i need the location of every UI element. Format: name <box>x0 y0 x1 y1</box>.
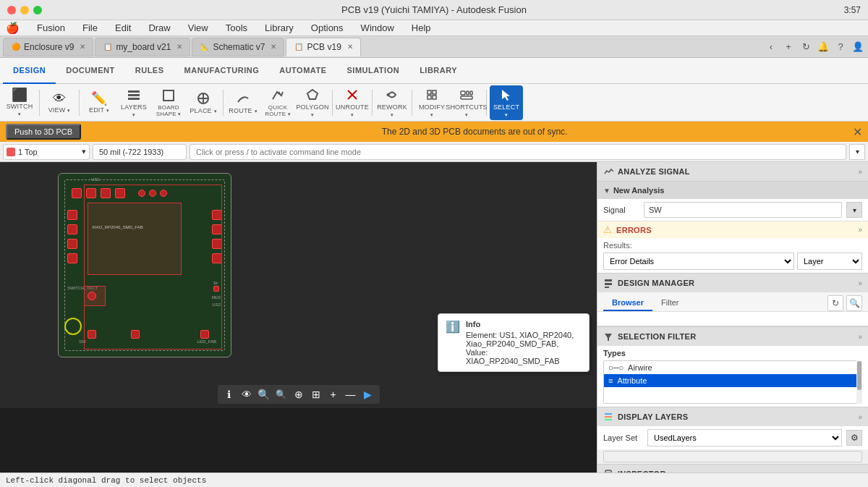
toolbar-tab-design[interactable]: DESIGN <box>3 58 56 84</box>
rework-icon <box>385 88 399 102</box>
rework-tool[interactable]: REWORK ▾ <box>375 85 409 120</box>
command-dropdown[interactable]: ▾ <box>849 144 865 160</box>
layer-set-select[interactable]: UsedLayers <box>647 429 842 446</box>
filter-tab[interactable]: Filter <box>652 295 687 311</box>
analyze-expand-icon[interactable]: » <box>858 168 862 176</box>
selection-filter-header[interactable]: SELECTION FILTER » <box>597 327 868 346</box>
layer-selector[interactable]: 1 Top ▾ <box>3 144 90 160</box>
yellow-via <box>64 318 82 335</box>
tab-myboard[interactable]: 📋 my_board v21 ✕ <box>95 38 190 56</box>
design-manager-label: DESIGN MANAGER <box>618 279 854 287</box>
browser-refresh-icon[interactable]: ↻ <box>827 295 843 311</box>
toolbar-tab-automate[interactable]: AUTOMATE <box>269 58 336 84</box>
design-manager-header[interactable]: DESIGN MANAGER » <box>597 274 868 292</box>
tab-pcb[interactable]: 📋 PCB v19 ✕ <box>286 38 360 56</box>
layer-select-sm[interactable]: Layer <box>797 253 862 270</box>
toolbar-tab-library[interactable]: LIBRARY <box>409 58 467 84</box>
command-input[interactable] <box>190 144 846 160</box>
toolbar-tab-manufacturing[interactable]: MANUFACTURING <box>174 58 270 84</box>
route-tool[interactable]: ROUTE ▾ <box>226 85 260 120</box>
switch-tool[interactable]: ⬛ SWITCH ▾ <box>3 85 36 120</box>
type-attribute[interactable]: ≡ Attribute <box>604 374 861 387</box>
view-tool[interactable]: 👁 VIEW ▾ <box>43 85 76 120</box>
menu-edit[interactable]: Edit <box>112 21 134 35</box>
canvas-minus-btn[interactable]: — <box>344 387 358 402</box>
layers-tool[interactable]: LAYERS ▾ <box>117 85 150 120</box>
layer-search[interactable] <box>603 451 862 462</box>
display-layers-expand[interactable]: » <box>858 413 862 421</box>
selection-expand[interactable]: » <box>858 333 862 341</box>
display-layers-header[interactable]: DISPLAY LAYERS » <box>597 407 868 426</box>
enclosure-tab-close[interactable]: ✕ <box>80 43 85 51</box>
window-controls[interactable] <box>7 6 42 14</box>
canvas-fit-btn[interactable]: ⊕ <box>292 387 306 402</box>
menu-view[interactable]: View <box>185 21 211 35</box>
place-tool[interactable]: PLACE ▾ <box>187 85 220 120</box>
close-button[interactable] <box>7 6 16 14</box>
tab-refresh[interactable]: ↻ <box>799 40 813 54</box>
trace-top <box>84 185 222 185</box>
canvas-zoom-out-btn[interactable]: 🔍 <box>274 387 289 402</box>
maximize-button[interactable] <box>33 6 42 14</box>
errors-expand[interactable]: » <box>858 226 862 234</box>
inspector-header[interactable]: INSPECTOR » <box>597 465 868 473</box>
new-analysis-header[interactable]: ▼ New Analysis <box>597 182 868 199</box>
toolbar-tab-document[interactable]: DOCUMENT <box>56 58 125 84</box>
modify-tool[interactable]: MODIFY ▾ <box>415 85 448 120</box>
analyze-signal-header[interactable]: ANALYZE SIGNAL » <box>597 162 868 181</box>
canvas-zoom-in-btn[interactable]: 🔍 <box>257 387 271 402</box>
shortcuts-tool[interactable]: SHORTCUTS ▾ <box>450 85 483 120</box>
signal-value[interactable]: SW <box>644 202 842 218</box>
quick-route-tool[interactable]: QUICK ROUTE ▾ <box>261 85 294 120</box>
selection-filter-section: SELECTION FILTER » Types ○─○ Airwire ≡ A… <box>597 327 868 407</box>
myboard-tab-close[interactable]: ✕ <box>176 43 182 51</box>
menu-file[interactable]: File <box>80 21 101 35</box>
select-tool[interactable]: SELECT ▾ <box>490 85 523 120</box>
browser-tab[interactable]: Browser <box>603 295 652 311</box>
menu-draw[interactable]: Draw <box>145 21 173 35</box>
error-details-select[interactable]: Error Details <box>603 253 794 270</box>
info-popup-icon: ℹ️ <box>446 320 460 365</box>
type-airwire[interactable]: ○─○ Airwire <box>604 361 861 374</box>
design-manager-expand[interactable]: » <box>858 279 862 287</box>
types-scrollbar[interactable] <box>856 360 862 404</box>
schematic-tab-close[interactable]: ✕ <box>271 43 276 51</box>
notification-close[interactable]: ✕ <box>853 125 862 139</box>
tab-add[interactable]: + <box>781 40 796 54</box>
canvas-play-btn[interactable]: ▶ <box>361 387 375 402</box>
tab-user[interactable]: 👤 <box>851 40 865 54</box>
browser-search-icon[interactable]: 🔍 <box>846 295 862 311</box>
tab-notification[interactable]: 🔔 <box>816 40 830 54</box>
canvas-add-btn[interactable]: + <box>326 387 341 402</box>
errors-row[interactable]: ⚠ ERRORS » <box>597 221 868 238</box>
canvas-area[interactable]: US1 XIAO_RP2040_SMD_FAB <box>0 162 597 408</box>
edit-tool[interactable]: ✏️ EDIT ▾ <box>82 85 116 120</box>
menu-options[interactable]: Options <box>308 21 346 35</box>
tab-help[interactable]: ? <box>833 40 848 54</box>
toolbar-tab-simulation[interactable]: SIMULATION <box>337 58 410 84</box>
minimize-button[interactable] <box>20 6 29 14</box>
menu-help[interactable]: Help <box>409 21 434 35</box>
tab-enclosure[interactable]: 🟠 Enclosure v9 ✕ <box>3 38 93 56</box>
canvas-grid-btn[interactable]: ⊞ <box>309 387 323 402</box>
apple-menu[interactable]: 🍎 <box>6 22 20 35</box>
layer-set-gear[interactable]: ⚙ <box>846 430 862 446</box>
inspector-expand[interactable]: » <box>858 470 862 473</box>
menu-library[interactable]: Library <box>262 21 297 35</box>
unroute-tool[interactable]: UNROUTE ▾ <box>336 85 369 120</box>
tab-schematic[interactable]: 📐 Schematic v7 ✕ <box>192 38 284 56</box>
tab-arrow-left[interactable]: ‹ <box>764 40 778 54</box>
push-3d-button[interactable]: Push to 3D PCB <box>6 124 81 140</box>
pcb-tab-close[interactable]: ✕ <box>347 43 353 51</box>
menu-window[interactable]: Window <box>358 21 397 35</box>
analyze-signal-section: ANALYZE SIGNAL » <box>597 162 868 182</box>
canvas-info-btn[interactable]: ℹ <box>222 387 237 402</box>
menu-fusion[interactable]: Fusion <box>34 21 68 35</box>
canvas-eye-btn[interactable]: 👁 <box>239 387 254 402</box>
toolbar-tab-rules[interactable]: RULES <box>125 58 174 84</box>
signal-dropdown[interactable]: ▾ <box>846 202 862 218</box>
polygon-tool[interactable]: POLYGON ▾ <box>296 85 329 120</box>
types-scrollbar-thumb[interactable] <box>857 361 861 390</box>
menu-tools[interactable]: Tools <box>223 21 250 35</box>
board-shape-tool[interactable]: BOARD SHAPE ▾ <box>152 85 185 120</box>
